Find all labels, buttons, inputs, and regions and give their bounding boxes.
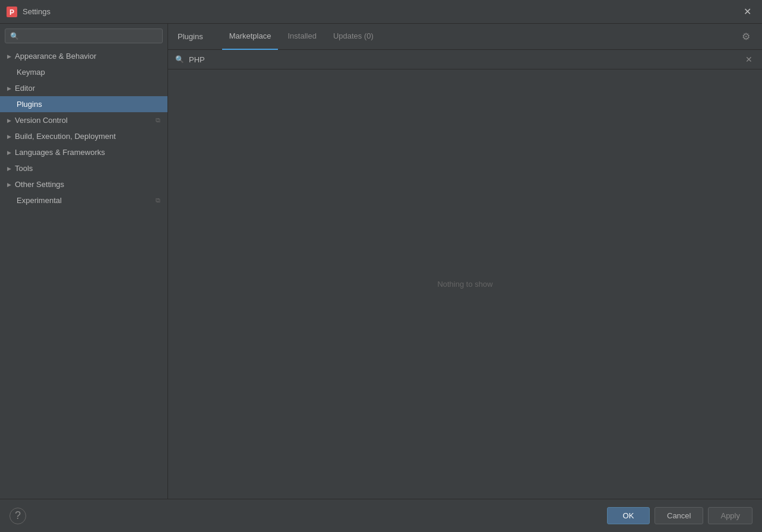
window-title: Settings xyxy=(23,7,50,16)
arrow-icon: ▶ xyxy=(7,134,11,140)
empty-state: Nothing to show xyxy=(168,69,762,499)
sidebar-item-label: Experimental xyxy=(17,196,153,205)
sidebar-item-build[interactable]: ▶ Build, Execution, Deployment xyxy=(0,128,167,144)
tab-marketplace-label: Marketplace xyxy=(229,31,271,40)
tab-updates[interactable]: Updates (0) xyxy=(326,24,381,50)
sidebar-item-tools[interactable]: ▶ Tools xyxy=(0,160,167,176)
sidebar-item-label: Plugins xyxy=(17,100,160,109)
arrow-icon: ▶ xyxy=(7,182,11,188)
sidebar-item-languages[interactable]: ▶ Languages & Frameworks xyxy=(0,144,167,160)
help-button[interactable]: ? xyxy=(10,508,26,524)
sidebar-item-label: Editor xyxy=(15,84,160,93)
sidebar-item-appearance[interactable]: ▶ Appearance & Behavior xyxy=(0,48,167,64)
title-bar: P Settings ✕ xyxy=(0,0,762,24)
copy-icon: ⧉ xyxy=(156,197,160,204)
sidebar-item-label: Build, Execution, Deployment xyxy=(15,132,160,141)
sidebar-item-other-settings[interactable]: ▶ Other Settings xyxy=(0,176,167,192)
main-layout: 🔍 ▶ Appearance & Behavior Keymap ▶ Edito… xyxy=(0,24,762,499)
tab-installed[interactable]: Installed xyxy=(280,24,323,50)
sidebar-item-editor[interactable]: ▶ Editor xyxy=(0,80,167,96)
cancel-button[interactable]: Cancel xyxy=(655,507,703,524)
app-icon: P xyxy=(6,6,18,18)
arrow-icon: ▶ xyxy=(7,166,11,172)
content-area: Plugins Marketplace Installed Updates (0… xyxy=(168,24,762,499)
sidebar-item-label: Other Settings xyxy=(15,180,160,189)
sidebar-item-keymap[interactable]: Keymap xyxy=(0,64,167,80)
sidebar-item-label: Appearance & Behavior xyxy=(15,52,160,61)
arrow-icon: ▶ xyxy=(7,118,11,124)
apply-button[interactable]: Apply xyxy=(708,507,752,524)
tab-updates-label: Updates (0) xyxy=(333,31,374,40)
copy-icon: ⧉ xyxy=(156,116,160,124)
plugin-search-input[interactable] xyxy=(189,55,743,64)
sidebar-item-label: Version Control xyxy=(15,116,153,125)
arrow-icon: ▶ xyxy=(7,86,11,91)
tab-marketplace[interactable]: Marketplace xyxy=(222,24,279,50)
gear-button[interactable]: ⚙ xyxy=(739,28,752,45)
svg-text:P: P xyxy=(10,8,14,17)
search-input[interactable] xyxy=(21,31,157,40)
search-clear-button[interactable]: ✕ xyxy=(743,53,755,65)
search-icon: 🔍 xyxy=(10,32,19,40)
close-button[interactable]: ✕ xyxy=(740,5,755,19)
search-box[interactable]: 🔍 xyxy=(5,28,163,43)
search-content-icon: 🔍 xyxy=(175,55,184,64)
content-search-bar: 🔍 ✕ xyxy=(168,50,762,69)
tab-installed-label: Installed xyxy=(287,31,316,40)
sidebar-item-label: Tools xyxy=(15,164,160,173)
ok-button[interactable]: OK xyxy=(607,507,650,524)
bottom-bar: ? OK Cancel Apply xyxy=(0,499,762,532)
tabs-header: Plugins Marketplace Installed Updates (0… xyxy=(168,24,762,50)
arrow-icon: ▶ xyxy=(7,53,11,59)
sidebar-item-plugins[interactable]: Plugins xyxy=(0,96,167,112)
sidebar: 🔍 ▶ Appearance & Behavior Keymap ▶ Edito… xyxy=(0,24,168,499)
sidebar-item-experimental[interactable]: Experimental ⧉ xyxy=(0,192,167,208)
sidebar-item-version-control[interactable]: ▶ Version Control ⧉ xyxy=(0,112,167,128)
plugins-title: Plugins xyxy=(178,32,203,41)
sidebar-item-label: Keymap xyxy=(17,68,160,77)
sidebar-item-label: Languages & Frameworks xyxy=(15,148,160,157)
arrow-icon: ▶ xyxy=(7,150,11,156)
empty-message: Nothing to show xyxy=(437,280,492,289)
